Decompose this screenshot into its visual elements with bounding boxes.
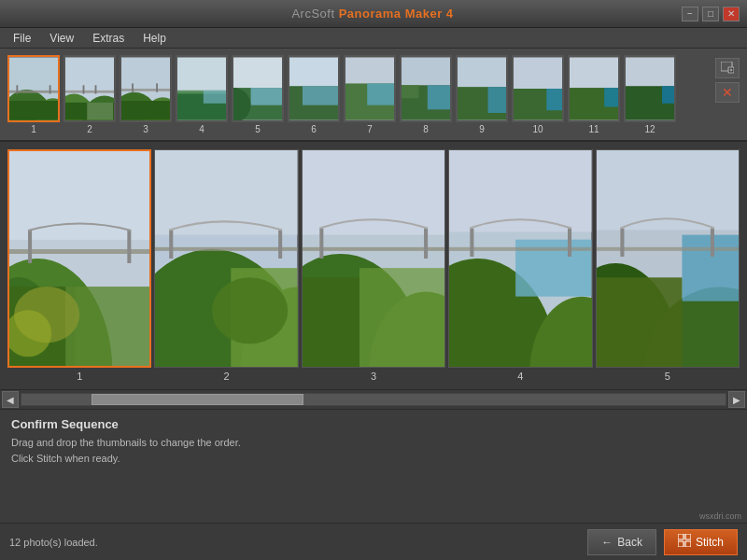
svg-rect-14 [87,102,113,119]
menu-help[interactable]: Help [134,30,176,47]
svg-rect-52 [662,86,674,104]
svg-rect-11 [83,85,85,93]
preview-label-3: 3 [371,371,376,382]
thumb-img-7[interactable] [344,55,396,122]
svg-rect-104 [685,534,691,539]
thumb-img-1[interactable] [7,55,60,122]
thumb-item-8[interactable]: 8 [400,55,452,134]
svg-rect-4 [16,85,18,93]
svg-rect-100 [620,228,624,256]
restore-button[interactable]: □ [702,7,719,21]
svg-rect-98 [682,235,739,301]
thumb-img-9[interactable] [456,55,508,122]
thumb-item-12[interactable]: 12 [624,55,676,134]
bottom-bar: 12 photo(s) loaded. ← Back Stitch [0,523,747,560]
svg-rect-21 [121,101,170,119]
thumb-label-10: 10 [532,124,543,134]
strip-actions: ✕ [715,58,740,103]
thumb-item-5[interactable]: 5 [232,55,284,134]
preview-label-5: 5 [665,371,670,382]
thumb-label-9: 9 [479,124,485,134]
svg-rect-33 [303,86,338,105]
thumb-item-7[interactable]: 7 [344,55,396,134]
preview-item-4[interactable]: 4 [448,149,592,382]
svg-rect-106 [685,541,691,547]
title-arcsoft: ArcSoft [291,7,334,21]
svg-rect-73 [170,231,174,259]
thumb-item-4[interactable]: 4 [176,55,228,134]
preview-img-4[interactable] [448,149,592,368]
menu-view[interactable]: View [40,30,83,47]
svg-rect-103 [678,534,684,539]
preview-img-2[interactable] [154,149,298,368]
thumb-img-12[interactable] [624,55,676,122]
preview-item-2[interactable]: 2 [154,149,298,382]
preview-label-4: 4 [517,371,523,382]
thumb-img-5[interactable] [232,55,284,122]
stitch-icon [678,534,691,550]
preview-item-5[interactable]: 5 [596,149,740,382]
preview-img-1[interactable] [7,149,151,368]
svg-rect-5 [49,85,51,93]
svg-rect-105 [678,541,684,547]
preview-item-1[interactable]: 1 [7,149,151,382]
info-description: Drag and drop the thumbnails to change t… [11,435,736,466]
thumb-item-9[interactable]: 9 [456,55,508,134]
thumb-img-3[interactable] [120,55,172,122]
svg-rect-10 [65,90,114,92]
scroll-left-button[interactable]: ◀ [2,391,19,408]
thumb-label-1: 1 [31,124,36,134]
svg-rect-92 [471,228,474,256]
stitch-button[interactable]: Stitch [664,529,738,555]
minimize-button[interactable]: − [682,7,698,21]
back-button[interactable]: ← Back [587,529,656,555]
thumb-item-2[interactable]: 2 [63,55,116,134]
svg-rect-36 [367,83,394,105]
preview-img-3[interactable] [302,149,445,368]
thumb-img-10[interactable] [512,55,564,122]
svg-rect-85 [303,277,359,367]
svg-rect-101 [711,228,714,256]
svg-rect-39 [428,85,450,109]
thumb-img-4[interactable] [176,55,228,122]
svg-rect-6 [9,101,58,119]
menu-bar: File View Extras Help [0,28,747,49]
thumb-label-7: 7 [367,124,373,134]
svg-rect-63 [127,231,131,263]
menu-extras[interactable]: Extras [83,30,134,47]
main-preview: 1 2 [0,142,747,389]
thumb-item-11[interactable]: 11 [568,55,620,134]
scrollbar-thumb[interactable] [92,394,303,405]
thumb-label-2: 2 [87,124,92,134]
thumb-label-8: 8 [423,124,429,134]
app-title: ArcSoft Panorama Maker 4 [63,7,682,21]
thumb-img-2[interactable] [63,55,116,122]
thumb-label-6: 6 [311,124,317,134]
svg-rect-93 [568,228,571,256]
thumb-item-1[interactable]: 1 [7,55,60,134]
add-photo-button[interactable] [715,58,740,78]
close-button[interactable]: ✕ [723,7,740,21]
stitch-label: Stitch [696,536,724,549]
delete-photo-button[interactable]: ✕ [715,82,740,103]
svg-rect-26 [204,90,226,103]
svg-rect-72 [155,247,297,251]
title-bar: ArcSoft Panorama Maker 4 − □ ✕ [0,0,747,28]
thumb-img-6[interactable] [288,55,340,122]
thumb-item-3[interactable]: 3 [120,55,172,134]
svg-rect-12 [95,85,97,93]
svg-rect-40 [402,85,419,98]
scroll-right-button[interactable]: ▶ [728,391,745,408]
thumb-img-11[interactable] [568,55,620,122]
thumb-item-10[interactable]: 10 [512,55,564,134]
scrollbar-track[interactable] [21,393,726,406]
svg-rect-62 [28,231,32,263]
thumb-item-6[interactable]: 6 [288,55,340,134]
menu-file[interactable]: File [4,30,40,47]
svg-rect-58 [9,151,149,240]
watermark: wsxdri.com [699,511,741,521]
preview-item-3[interactable]: 3 [302,149,445,382]
preview-img-5[interactable] [596,149,740,368]
thumb-label-5: 5 [255,124,261,134]
thumb-img-8[interactable] [400,55,452,122]
